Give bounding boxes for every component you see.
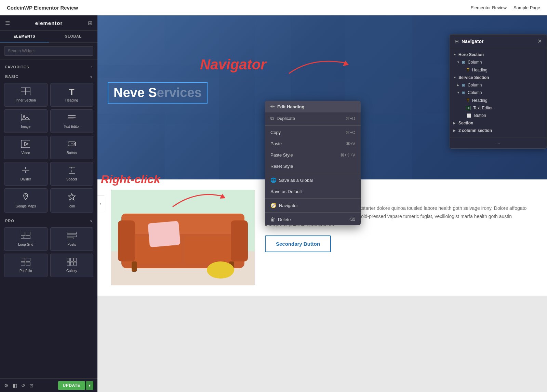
context-divider-3 [265,198,361,199]
divider-icon [21,166,30,175]
context-menu-paste-style[interactable]: Paste Style ⌘+⇧+V [265,149,361,161]
icon-widget-label: Icon [68,204,75,208]
widget-video[interactable]: Video [4,136,48,159]
update-arrow-button[interactable]: ▾ [86,381,93,390]
nav-sample-page[interactable]: Sample Page [513,5,540,10]
svg-marker-9 [25,142,28,146]
tree-item-service-column-1[interactable]: ▶ ⊞ Column [450,81,547,89]
context-menu-save-default[interactable]: Save as Default [265,186,361,197]
spacer-icon [67,166,76,175]
service-column2-arrow: ▼ [457,91,460,94]
navigator-header-left: ⊟ Navigator [455,39,484,44]
navigator-pin-icon[interactable]: ⊟ [455,39,459,44]
widget-inner-section[interactable]: Inner Section [4,83,48,107]
tree-item-service-heading[interactable]: T Heading [450,96,547,104]
favorites-label: FAVORITES [5,65,29,69]
context-menu-copy[interactable]: Copy ⌘+C [265,127,361,138]
sidebar-search [0,43,97,59]
widget-portfolio[interactable]: Portfolio [4,254,48,277]
basic-section-header[interactable]: BASIC ∨ [0,72,97,81]
svg-rect-20 [26,232,30,235]
top-bar-nav: Elementor Review Sample Page [470,5,540,10]
svg-rect-33 [70,262,73,266]
navigator-close-button[interactable]: ✕ [537,38,542,44]
context-menu-duplicate[interactable]: ⧉ Duplicate ⌘+D [265,112,361,124]
context-menu: ✏ Edit Heading ⧉ Duplicate ⌘+D Copy ⌘+C [265,101,361,225]
widget-spacer[interactable]: Spacer [50,162,94,186]
pro-section-header[interactable]: PRO ∨ [0,216,97,226]
tree-item-hero-column[interactable]: ▼ ⊞ Column [450,58,547,66]
sidebar-tabs: ELEMENTS GLOBAL [0,31,97,43]
context-menu-save-global[interactable]: 🌐 Save as a Global [265,174,361,186]
tree-item-service-button[interactable]: ⬜ Button [450,112,547,119]
bottom-icons: ⚙ ◧ ↺ ⊡ [4,383,34,388]
svg-rect-32 [67,262,70,266]
context-menu-reset-style[interactable]: Reset Style [265,161,361,172]
settings-icon[interactable]: ⚙ [4,383,9,388]
navigator-context-icon: 🧭 [270,203,276,208]
widget-icon[interactable]: Icon [50,188,94,213]
widget-google-maps[interactable]: Google Maps [4,188,48,213]
sidebar-header: ☰ elementor ⊞ [0,15,97,31]
tree-item-hero-section[interactable]: ▼ Hero Section [450,51,547,58]
text-editor-icon [67,114,76,123]
tree-item-service-section[interactable]: ▼ Service Section [450,74,547,81]
canvas-collapse-button[interactable]: ‹ [97,195,104,212]
button-icon [67,140,76,149]
tree-item-2col-section[interactable]: ▶ 2 column section [450,127,547,134]
context-menu-navigator[interactable]: 🧭 Navigator [265,200,361,211]
tree-item-hero-heading[interactable]: T Heading [450,66,547,74]
undo-icon[interactable]: ↺ [21,383,25,388]
widget-divider[interactable]: Divider [4,162,48,186]
tab-elements[interactable]: ELEMENTS [0,31,49,42]
layers-icon[interactable]: ◧ [13,383,17,388]
tree-item-section[interactable]: ▶ Section [450,119,547,127]
context-menu-delete[interactable]: 🗑 Delete ⌫ [265,214,361,225]
heading-icon-1: T [467,67,469,72]
sidebar: ☰ elementor ⊞ ELEMENTS GLOBAL FAVORITES … [0,15,97,392]
image-icon [21,114,30,123]
svg-rect-45 [121,214,244,234]
tree-item-service-text-editor[interactable]: ≡ Text Editor [450,104,547,112]
navigator-panel: ⊟ Navigator ✕ ▼ Hero Section ▼ ⊞ Column [450,34,547,149]
svg-rect-28 [26,262,30,266]
widget-heading[interactable]: T Heading [50,83,94,107]
column-icon-1: ⊞ [462,60,465,65]
svg-rect-25 [21,258,25,261]
context-menu-save-global-left: 🌐 Save as a Global [270,177,313,183]
context-menu-delete-left: 🗑 Delete [270,217,291,222]
widget-text-editor[interactable]: Text Editor [50,109,94,133]
widget-button[interactable]: Button [50,136,94,159]
update-button[interactable]: UPDATE [58,381,85,390]
tree-item-service-column-2[interactable]: ▼ ⊞ Column [450,89,547,96]
navigator-footer-dots: ··· [496,140,501,146]
nav-elementor-review[interactable]: Elementor Review [470,5,507,10]
widget-gallery[interactable]: Gallery [50,254,94,277]
icon-widget-icon [68,193,76,202]
favorites-section-header[interactable]: FAVORITES › [0,62,97,72]
svg-rect-49 [231,220,248,261]
portfolio-label: Portfolio [19,269,32,273]
search-input[interactable] [4,46,93,56]
copy-shortcut: ⌘+C [346,130,355,135]
basic-widgets-grid: Inner Section T Heading Image [0,81,97,216]
navigator-tree: ▼ Hero Section ▼ ⊞ Column T Heading ▼ [450,48,547,137]
svg-rect-8 [21,140,30,148]
tab-global[interactable]: GLOBAL [49,31,98,42]
button-label: Button [67,151,77,155]
responsive-icon[interactable]: ⊡ [29,383,34,388]
service-column2-label: Column [468,90,482,95]
google-maps-label: Google Maps [16,204,36,208]
portfolio-icon [21,258,30,267]
svg-rect-26 [26,258,30,261]
secondary-button[interactable]: Secondary Button [265,235,331,252]
google-maps-icon [22,193,30,202]
widget-posts[interactable]: Posts [50,227,94,251]
widget-image[interactable]: Image [4,109,48,133]
grid-icon[interactable]: ⊞ [88,20,92,26]
context-menu-edit-heading[interactable]: ✏ Edit Heading [265,101,361,112]
context-menu-paste[interactable]: Paste ⌘+V [265,138,361,149]
widget-loop-grid[interactable]: Loop Grid [4,227,48,251]
hamburger-icon[interactable]: ☰ [5,20,10,26]
delete-shortcut: ⌫ [349,217,355,222]
